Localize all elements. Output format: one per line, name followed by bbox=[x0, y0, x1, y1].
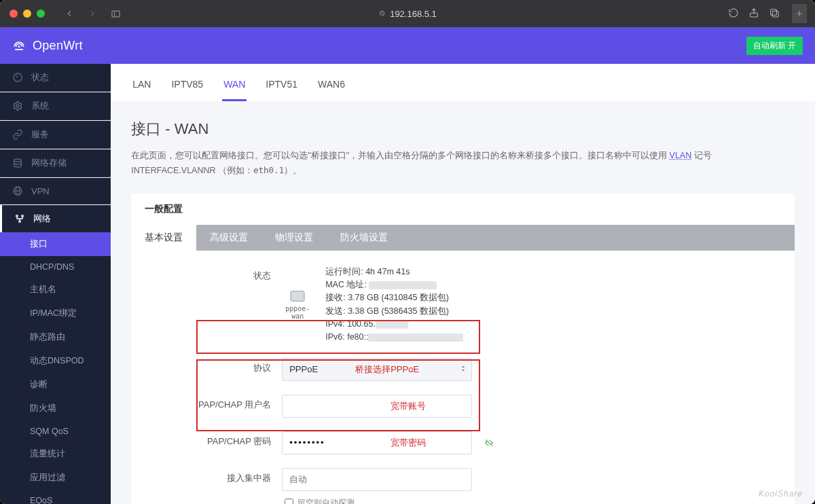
interface-name: pppoe-wan bbox=[282, 305, 313, 320]
sidebar-sub-diagnostics[interactable]: 诊断 bbox=[0, 373, 111, 397]
sidebar-item-label: 服务 bbox=[31, 128, 49, 141]
sidebar-item-nas[interactable]: 网络存储 bbox=[0, 149, 111, 177]
status-label: 状态 bbox=[146, 266, 282, 282]
brand-name: OpenWrt bbox=[33, 39, 83, 53]
sidebar-item-services[interactable]: 服务 bbox=[0, 121, 111, 148]
ac-checkbox[interactable] bbox=[285, 499, 293, 504]
app-header: OpenWrt 自动刷新 开 bbox=[0, 27, 815, 64]
sidebar-item-label: VPN bbox=[31, 186, 50, 196]
ac-input[interactable] bbox=[282, 468, 472, 491]
cfg-tab-advanced[interactable]: 高级设置 bbox=[196, 225, 261, 251]
svg-rect-6 bbox=[772, 11, 778, 17]
brand[interactable]: OpenWrt bbox=[12, 39, 83, 53]
database-icon bbox=[12, 158, 23, 168]
minimize-window-button[interactable] bbox=[23, 10, 31, 18]
new-tab-button[interactable] bbox=[792, 4, 807, 23]
sidebar-sub-interfaces[interactable]: 接口 bbox=[0, 232, 111, 256]
sidebar-sub-traffic[interactable]: 流量统计 bbox=[0, 442, 111, 466]
svg-point-20 bbox=[19, 221, 21, 223]
protocol-select[interactable]: PPPoE bbox=[282, 358, 472, 381]
gauge-icon bbox=[12, 72, 23, 83]
sidebar-sub-staticroutes[interactable]: 静态路由 bbox=[0, 325, 111, 349]
sidebar-sub-firewall[interactable]: 防火墙 bbox=[0, 397, 111, 420]
protocol-label: 协议 bbox=[146, 358, 282, 374]
lock-icon bbox=[378, 9, 386, 19]
svg-point-18 bbox=[16, 215, 18, 217]
browser-titlebar: 192.168.5.1 bbox=[0, 0, 815, 27]
ac-description: 留空则自动探测 bbox=[282, 491, 780, 504]
sidebar-sub-ddnspod[interactable]: 动态DNSPOD bbox=[0, 349, 111, 373]
svg-line-12 bbox=[16, 75, 18, 77]
sidebar-sub-eqos[interactable]: EQoS bbox=[0, 490, 111, 504]
maximize-window-button[interactable] bbox=[37, 10, 45, 18]
tab-wan6[interactable]: WAN6 bbox=[316, 75, 346, 101]
sidebar-sub-sqmqos[interactable]: SQM QoS bbox=[0, 420, 111, 442]
gear-icon bbox=[12, 101, 23, 111]
pap-user-input[interactable] bbox=[282, 395, 472, 418]
ac-label: 接入集中器 bbox=[146, 468, 282, 484]
svg-point-9 bbox=[18, 46, 20, 48]
svg-point-14 bbox=[14, 159, 22, 162]
sidebar-sub-ipmacbind[interactable]: IP/MAC绑定 bbox=[0, 302, 111, 325]
main-content: LAN IPTV85 WAN IPTV51 WAN6 接口 - WAN 在此页面… bbox=[111, 64, 815, 504]
cfg-tab-physical[interactable]: 物理设置 bbox=[261, 225, 327, 251]
sidebar: 状态 系统 服务 网络存储 VPN bbox=[0, 64, 111, 504]
sidebar-item-label: 网络存储 bbox=[31, 157, 67, 169]
chevron-updown-icon bbox=[460, 363, 466, 375]
nav-back-button[interactable] bbox=[61, 6, 77, 21]
share-button[interactable] bbox=[748, 7, 759, 20]
svg-point-13 bbox=[16, 105, 19, 107]
sidebar-item-label: 网络 bbox=[33, 213, 51, 225]
config-panel: 一般配置 基本设置 高级设置 物理设置 防火墙设置 状态 bbox=[131, 194, 795, 505]
tab-wan[interactable]: WAN bbox=[222, 75, 247, 101]
link-icon bbox=[12, 129, 23, 140]
sidebar-sub-appfilter[interactable]: 应用过滤 bbox=[0, 466, 111, 490]
vlan-link[interactable]: VLAN bbox=[670, 151, 692, 160]
tab-lan[interactable]: LAN bbox=[131, 75, 152, 101]
page-title: 接口 - WAN bbox=[131, 119, 795, 139]
sidebar-item-status[interactable]: 状态 bbox=[0, 64, 111, 91]
status-block: pppoe-wan 运行时间: 4h 47m 41s MAC 地址: 接收: 3… bbox=[282, 266, 780, 344]
svg-rect-21 bbox=[291, 291, 304, 301]
address-bar[interactable]: 192.168.5.1 bbox=[378, 9, 437, 19]
sidebar-item-label: 系统 bbox=[31, 100, 49, 112]
tab-iptv85[interactable]: IPTV85 bbox=[170, 75, 204, 101]
reload-button[interactable] bbox=[728, 7, 739, 20]
openwrt-logo-icon bbox=[12, 39, 26, 52]
network-icon bbox=[14, 213, 25, 224]
tab-iptv51[interactable]: IPTV51 bbox=[264, 75, 299, 101]
sidebar-item-network[interactable]: 网络 bbox=[0, 205, 111, 232]
window-controls bbox=[10, 10, 45, 18]
svg-point-19 bbox=[22, 215, 24, 217]
sidebar-sub-dhcpdns[interactable]: DHCP/DNS bbox=[0, 256, 111, 278]
protocol-value: PPPoE bbox=[289, 364, 318, 374]
page-helptext: 在此页面，您可以配置网络接口。您可以勾选"桥接接口"，并输入由空格分隔的多个网络… bbox=[131, 149, 795, 179]
cfg-tab-firewall[interactable]: 防火墙设置 bbox=[327, 225, 401, 251]
nav-forward-button[interactable] bbox=[84, 6, 101, 21]
pap-password-input[interactable] bbox=[282, 431, 472, 454]
pap-password-label: PAP/CHAP 密码 bbox=[146, 431, 282, 448]
sidebar-sub-hostnames[interactable]: 主机名 bbox=[0, 278, 111, 302]
tabs-button[interactable] bbox=[769, 7, 780, 20]
sidebar-item-system[interactable]: 系统 bbox=[0, 92, 111, 120]
auto-refresh-toggle[interactable]: 自动刷新 开 bbox=[746, 37, 803, 55]
globe-icon bbox=[12, 185, 23, 196]
interface-icon: pppoe-wan bbox=[282, 290, 313, 320]
sidebar-item-label: 状态 bbox=[31, 71, 49, 84]
sidebar-item-vpn[interactable]: VPN bbox=[0, 178, 111, 204]
address-text: 192.168.5.1 bbox=[390, 9, 437, 19]
sidebar-toggle-button[interactable] bbox=[107, 6, 124, 21]
svg-rect-0 bbox=[111, 11, 119, 17]
config-tabs: 基本设置 高级设置 物理设置 防火墙设置 bbox=[131, 225, 795, 251]
cfg-tab-basic[interactable]: 基本设置 bbox=[131, 225, 196, 251]
reveal-password-icon[interactable] bbox=[484, 438, 494, 450]
panel-title: 一般配置 bbox=[131, 194, 795, 225]
watermark: KoolShare bbox=[759, 489, 803, 499]
svg-line-3 bbox=[380, 12, 384, 15]
close-window-button[interactable] bbox=[10, 10, 18, 18]
pap-user-label: PAP/CHAP 用户名 bbox=[146, 395, 282, 411]
interface-tabs: LAN IPTV85 WAN IPTV51 WAN6 bbox=[111, 64, 815, 101]
status-lines: 运行时间: 4h 47m 41s MAC 地址: 接收: 3.78 GB (43… bbox=[325, 266, 463, 344]
svg-rect-5 bbox=[771, 9, 777, 15]
